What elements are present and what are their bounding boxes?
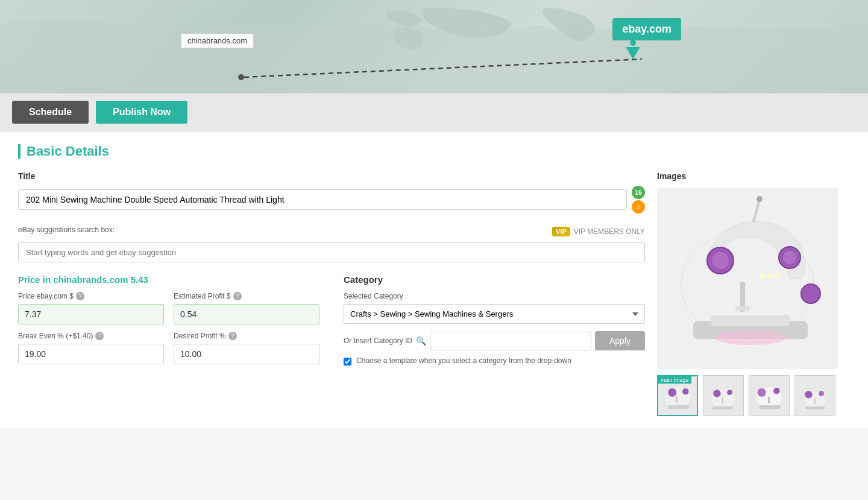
svg-rect-25 (722, 398, 723, 403)
ebay-suggestions-row: eBay suggestions search box: VIP VIP MEM… (18, 226, 645, 238)
thumbnail-4[interactable] (794, 375, 835, 416)
svg-rect-35 (814, 399, 816, 404)
category-select[interactable]: Crafts > Sewing > Sewing Machines & Serg… (344, 304, 645, 324)
map-banner: chinabrands.com ebay.com (0, 0, 868, 93)
svg-rect-21 (668, 405, 689, 409)
insert-category-label: Or Insert Category ID (344, 337, 412, 345)
break-even-help-icon[interactable]: ? (95, 332, 104, 340)
title-row: 16 ☺ (18, 186, 645, 214)
svg-point-34 (819, 391, 824, 396)
selected-category-sublabel: Selected Category (344, 292, 645, 300)
template-checkbox[interactable] (344, 358, 351, 366)
action-bar: Schedule Publish Now (0, 93, 868, 131)
svg-point-7 (756, 196, 763, 202)
title-badge-orange: ☺ (632, 200, 645, 214)
thumbnail-3[interactable] (749, 375, 790, 416)
images-label: Images (657, 171, 850, 181)
template-checkbox-row: Choose a template when you select a cate… (344, 356, 645, 366)
break-even-label: Break Even % (+$1.40) ? (18, 332, 164, 340)
svg-rect-31 (759, 405, 780, 409)
ebay-suggestions-label: eBay suggestions search box: (18, 226, 115, 234)
estimated-profit-label: Estimated Profit $ ? (174, 292, 319, 300)
desired-profit-group: Desired Profit % ? (174, 332, 319, 364)
main-content: Basic Details Title 16 ☺ eBay suggestion… (0, 131, 868, 428)
title-badge-green: 16 (632, 186, 645, 199)
estimated-profit-help-icon[interactable]: ? (233, 292, 242, 300)
source-label: chinabrands.com (181, 33, 254, 48)
main-image-badge: main image (658, 376, 691, 384)
svg-line-6 (753, 200, 760, 221)
template-checkbox-label: Choose a template when you select a cate… (356, 356, 571, 365)
vip-text: VIP MEMBERS ONLY (574, 227, 645, 236)
dest-pin (626, 47, 640, 59)
desired-profit-help-icon[interactable]: ? (228, 332, 237, 340)
svg-rect-30 (768, 397, 770, 403)
svg-rect-36 (805, 407, 825, 410)
category-section: Category Selected Category Crafts > Sewi… (344, 274, 645, 372)
category-search-icon[interactable]: 🔍 (416, 336, 426, 346)
svg-point-5 (783, 251, 796, 264)
price-row-1: Price ebay.com $ ? Estimated Profit $ ? (18, 292, 319, 324)
vip-badge: VIP VIP MEMBERS ONLY (552, 227, 645, 236)
svg-line-0 (244, 59, 642, 77)
svg-point-18 (668, 388, 676, 397)
section-title: Basic Details (18, 144, 850, 159)
svg-point-16 (714, 331, 787, 345)
svg-point-24 (727, 390, 732, 395)
price-section: Price in chinabrands.com 5.43 Price ebay… (18, 274, 319, 372)
main-image-container (657, 188, 838, 369)
svg-point-19 (682, 388, 689, 395)
price-category-row: Price in chinabrands.com 5.43 Price ebay… (18, 274, 645, 372)
left-panel: Title 16 ☺ eBay suggestions search box: … (18, 171, 645, 416)
vip-icon: VIP (552, 227, 570, 236)
svg-point-28 (758, 388, 766, 397)
break-even-input[interactable] (18, 344, 164, 364)
svg-rect-9 (735, 306, 750, 311)
ebay-suggestions-input[interactable] (18, 242, 645, 262)
svg-point-13 (760, 273, 765, 278)
svg-point-3 (712, 252, 729, 269)
source-dot (238, 74, 244, 80)
svg-point-12 (801, 284, 820, 303)
price-row-2: Break Even % (+$1.40) ? Desired Profit %… (18, 332, 319, 364)
ebay-price-group: Price ebay.com $ ? (18, 292, 164, 324)
svg-point-29 (773, 388, 780, 394)
insert-category-row: Or Insert Category ID 🔍 Apply (344, 331, 645, 350)
estimated-profit-input[interactable] (174, 304, 319, 324)
ebay-price-label: Price ebay.com $ ? (18, 292, 164, 300)
break-even-group: Break Even % (+$1.40) ? (18, 332, 164, 364)
svg-point-33 (805, 391, 812, 398)
publish-now-button[interactable]: Publish Now (96, 101, 187, 124)
schedule-button[interactable]: Schedule (12, 101, 89, 124)
desired-profit-input[interactable] (174, 344, 319, 364)
desired-profit-label: Desired Profit % ? (174, 332, 319, 340)
thumbnail-1[interactable]: main image (657, 375, 698, 416)
dest-label: ebay.com (612, 18, 681, 40)
thumbnail-2[interactable] (703, 375, 744, 416)
insert-category-input[interactable] (430, 332, 591, 350)
title-badges: 16 ☺ (632, 186, 645, 214)
right-panel: Images (657, 171, 850, 416)
svg-point-15 (775, 273, 779, 278)
title-input[interactable] (18, 189, 627, 210)
svg-rect-11 (711, 315, 790, 326)
svg-rect-26 (712, 407, 733, 410)
svg-point-23 (713, 390, 720, 397)
category-label: Category (344, 274, 645, 285)
ebay-price-help-icon[interactable]: ? (76, 292, 84, 300)
svg-point-14 (767, 273, 772, 278)
price-chinabrands-label: Price in chinabrands.com 5.43 (18, 274, 319, 285)
thumbnail-row: main image (657, 375, 850, 416)
apply-button[interactable]: Apply (595, 331, 645, 350)
svg-rect-20 (675, 396, 678, 403)
ebay-price-input[interactable] (18, 304, 164, 324)
estimated-profit-group: Estimated Profit $ ? (174, 292, 319, 324)
title-label: Title (18, 171, 645, 181)
